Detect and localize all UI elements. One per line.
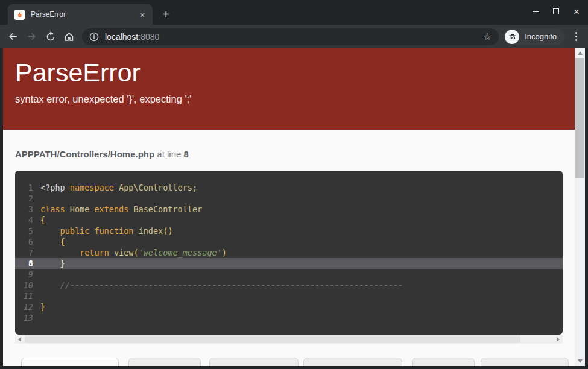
horizontal-scroll-thumb[interactable]: [25, 335, 520, 343]
tab-strip: ParseError × + ×: [0, 0, 588, 25]
forward-button[interactable]: [22, 27, 41, 46]
codeigniter-flame-icon: [14, 10, 25, 20]
url-text[interactable]: localhost:8080: [105, 32, 482, 42]
line-number: 3: [15, 204, 40, 215]
code-line: 8 }: [15, 258, 563, 269]
vertical-scroll-thumb[interactable]: [575, 58, 584, 178]
error-file-heading: APPPATH/Controllers/Home.php at line 8: [15, 149, 560, 159]
browser-menu-icon[interactable]: [567, 28, 584, 45]
line-number: 2: [15, 193, 40, 204]
tab-close-icon[interactable]: ×: [137, 9, 148, 20]
code-line: 5 public function index(): [15, 226, 563, 236]
close-icon: ×: [574, 7, 580, 17]
minimize-icon: [533, 11, 539, 12]
incognito-icon: [505, 30, 519, 44]
page-content: ParseError syntax error, unexpected '}',…: [3, 48, 575, 366]
line-number: 8: [15, 258, 40, 269]
scroll-left-arrow-icon[interactable]: [15, 335, 24, 344]
debug-tab-5[interactable]: [412, 358, 475, 366]
error-line-number: 8: [184, 149, 189, 159]
error-title: ParseError: [15, 57, 560, 88]
line-number: 4: [15, 215, 40, 226]
error-message: syntax error, unexpected '}', expecting …: [15, 93, 560, 105]
debug-tab-1[interactable]: [21, 358, 119, 366]
incognito-label: Incognito: [525, 32, 557, 41]
browser-window: ParseError × + ×: [0, 0, 588, 369]
incognito-badge: Incognito: [504, 28, 565, 45]
code-line: 9: [15, 269, 563, 280]
tab-title: ParseError: [31, 10, 137, 19]
line-number: 7: [15, 247, 40, 258]
code-horizontal-scrollbar[interactable]: [15, 335, 563, 344]
line-number: 9: [15, 269, 40, 280]
scroll-down-arrow-icon[interactable]: [575, 356, 585, 366]
code-line: 2: [15, 193, 563, 204]
back-button[interactable]: [4, 27, 22, 46]
line-number: 11: [15, 291, 40, 301]
code-line: 1<?php namespace App\Controllers;: [15, 182, 563, 193]
browser-toolbar: localhost:8080 ☆ Incognito: [0, 25, 588, 48]
source-code-block: 1<?php namespace App\Controllers;23class…: [15, 171, 563, 335]
address-bar[interactable]: localhost:8080 ☆: [82, 28, 499, 45]
close-button[interactable]: ×: [566, 0, 587, 23]
maximize-button[interactable]: [546, 0, 566, 23]
debug-tab-3[interactable]: [209, 358, 299, 366]
code-lines: 1<?php namespace App\Controllers;23class…: [15, 182, 563, 323]
window-controls: ×: [525, 0, 587, 23]
debug-tab-4[interactable]: [303, 358, 402, 366]
url-host: localhost: [105, 32, 138, 42]
code-line: 11: [15, 291, 563, 301]
scroll-up-arrow-icon[interactable]: [575, 48, 585, 58]
site-info-icon[interactable]: [89, 32, 99, 42]
url-port: :8080: [138, 32, 159, 42]
new-tab-button[interactable]: +: [158, 7, 174, 22]
minimize-button[interactable]: [525, 0, 546, 23]
debug-tab-bar: [3, 358, 575, 366]
line-number: 1: [15, 182, 40, 193]
code-line: 13: [15, 312, 563, 323]
error-header: ParseError syntax error, unexpected '}',…: [3, 48, 575, 130]
home-button[interactable]: [60, 27, 78, 46]
code-line: 7 return view('welcome_message'): [15, 247, 563, 258]
browser-tab[interactable]: ParseError ×: [8, 4, 153, 25]
bookmark-star-icon[interactable]: ☆: [482, 31, 493, 42]
debug-tab-6[interactable]: [481, 358, 569, 366]
line-number: 6: [15, 236, 40, 247]
maximize-icon: [553, 8, 559, 14]
code-line: 3class Home extends BaseController: [15, 204, 563, 215]
reload-button[interactable]: [41, 27, 60, 46]
code-line: 12}: [15, 301, 563, 312]
code-line: 10 //-----------------------------------…: [15, 280, 563, 291]
debug-tab-2[interactable]: [128, 358, 201, 366]
code-line: 6 {: [15, 236, 563, 247]
line-number: 12: [15, 301, 40, 312]
at-line-text: at line: [154, 149, 183, 159]
file-path: APPPATH/Controllers/Home.php: [15, 149, 154, 159]
line-number: 5: [15, 226, 40, 236]
code-line: 4{: [15, 215, 563, 226]
page-vertical-scrollbar[interactable]: [575, 48, 585, 366]
line-number: 10: [15, 280, 40, 291]
line-number: 13: [15, 312, 40, 323]
scroll-right-arrow-icon[interactable]: [554, 335, 563, 344]
